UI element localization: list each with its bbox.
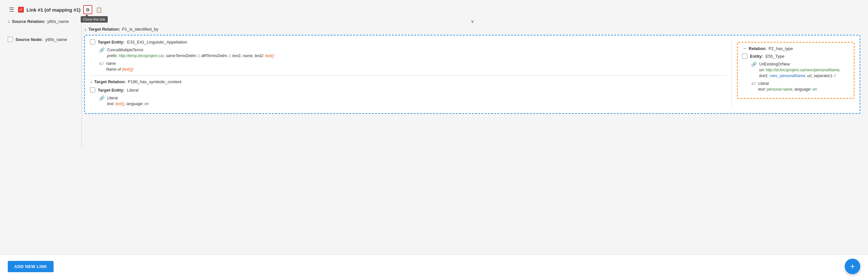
concat-row: 🔗 ConcatMultipleTerms prefix: http://tem… — [99, 47, 726, 59]
blue-dashed-container: Target Entity: E33_E41_Linguistic_Appell… — [84, 35, 860, 114]
bottom-literal-title: Literal — [107, 95, 149, 101]
source-node-label: Source Node: — [16, 37, 43, 42]
bottom-link-icon: 🔗 — [99, 95, 104, 101]
copy-button[interactable]: 📋 — [95, 5, 103, 14]
tag-icon: 🏷 — [99, 61, 103, 66]
fab-button[interactable]: + — [845, 259, 860, 274]
bottom-literal-block: 🔗 Literal text: text(), language: en — [90, 95, 726, 107]
blue-box-right: → Relation: P2_has_type Entity: E55_Type — [732, 39, 855, 109]
source-node-value: y90s_name — [45, 37, 67, 42]
section-divider — [90, 75, 726, 76]
clone-button[interactable]: ⧉ Clone this link — [83, 5, 92, 14]
clone-tooltip: Clone this link — [81, 16, 108, 23]
target-entity-row: Target Entity: E33_E41_Linguistic_Appell… — [90, 39, 726, 44]
chevron-down-icon[interactable]: ∨ — [471, 19, 474, 24]
bottom-literal-lang: en — [145, 101, 149, 106]
bottom-target-relation-label: Target Relation: — [94, 79, 126, 84]
concat-block: 🔗 ConcatMultipleTerms prefix: http://tem… — [90, 47, 726, 72]
vertical-divider — [81, 19, 82, 148]
bottom-literal-content: Literal text: text(), language: en — [107, 95, 149, 107]
bottom-target-entity-label: Target Entity: — [98, 88, 125, 93]
source-relation-value: y90s_name — [47, 19, 69, 24]
top-target-relation-row: ↓ Target Relation: P1_is_identified_by — [84, 26, 860, 32]
tag-content: name Name of {text()} — [106, 61, 133, 72]
bottom-target-entity-checkbox[interactable] — [90, 87, 95, 93]
uri-text1: cwrc_personalName — [770, 73, 805, 78]
right-literal-row: 🏷 Literal text: personal name, language:… — [751, 81, 849, 92]
uri-title: UriExistingOrNew — [759, 61, 849, 67]
relation-right-label: Relation: — [749, 46, 767, 51]
right-arrow-icon: → — [742, 46, 747, 51]
tag-value: Name of {text()} — [106, 66, 133, 72]
concat-details: prefix: http://temp.lincsproject.ca/, sa… — [107, 53, 274, 59]
bottom-literal-row: 🔗 Literal text: text(), language: en — [99, 95, 726, 107]
concat-title: ConcatMultipleTerms — [107, 47, 274, 53]
uri-block: 🔗 UriExistingOrNew uri: http://id.lincsp… — [742, 61, 849, 92]
add-new-link-button[interactable]: ADD NEW LINK — [8, 261, 54, 272]
arrow-down-icon: ↓ — [8, 19, 10, 24]
right-tag-icon: 🏷 — [751, 81, 756, 86]
tag-name: name — [106, 61, 133, 66]
copy-icon: 📋 — [96, 7, 102, 13]
target-relation-label: Target Relation: — [88, 27, 120, 32]
source-node-row: Source Node: y90s_name — [8, 37, 72, 42]
concat-content: ConcatMultipleTerms prefix: http://temp.… — [107, 47, 274, 59]
right-panel: ∨ ↓ Target Relation: P1_is_identified_by… — [84, 19, 860, 118]
target-entity-value: E33_E41_Linguistic_Appellation — [127, 40, 187, 44]
source-node-checkbox[interactable] — [8, 37, 13, 42]
bottom-literal-details: text: text(), language: en — [107, 101, 149, 107]
link-icon: 🔗 — [99, 48, 104, 53]
bottom-target-entity-row: Target Entity: Literal — [90, 87, 726, 93]
footer: ADD NEW LINK + — [0, 254, 868, 278]
relation-right-value: P2_has_type — [769, 46, 793, 51]
tag-row: 🏷 name Name of {text()} — [99, 61, 726, 72]
clone-icon: ⧉ — [86, 7, 89, 12]
concat-prefix-url: http://temp.lincsproject.ca/ — [119, 54, 164, 58]
left-panel: ↓ Source Relation: y90s_name Source Node… — [8, 19, 79, 42]
relation-arrow-row: → Relation: P2_has_type — [742, 46, 849, 51]
bottom-target-entity-value: Literal — [127, 88, 138, 93]
bottom-literal-text: text() — [116, 101, 124, 106]
target-entity-checkbox[interactable] — [90, 39, 95, 44]
right-literal-content: Literal text: personal name, language: e… — [758, 81, 817, 92]
source-relation-label: Source Relation: — [12, 19, 45, 24]
link-checkbox[interactable] — [18, 7, 24, 12]
page-title: Link #1 (of mapping #1) — [27, 7, 81, 12]
right-entity-row: Entity: E55_Type — [742, 54, 849, 59]
orange-dashed-container: → Relation: P2_has_type Entity: E55_Type — [737, 42, 855, 99]
right-literal-title: Literal — [758, 81, 817, 86]
right-entity-checkbox[interactable] — [742, 54, 747, 59]
uri-row: 🔗 UriExistingOrNew uri: http://id.lincsp… — [751, 61, 849, 79]
hamburger-icon[interactable]: ☰ — [8, 5, 16, 14]
concat-text2: text() — [265, 54, 274, 58]
uri-url: http://id.lincsproject.ca/cwrc/personalN… — [766, 68, 839, 72]
right-literal-lang: en — [812, 87, 817, 92]
target-relation-value: P1_is_identified_by — [122, 27, 158, 32]
uri-link-icon: 🔗 — [751, 62, 757, 67]
chevron-row: ∨ — [84, 19, 860, 24]
blue-box-left: Target Entity: E33_E41_Linguistic_Appell… — [90, 39, 732, 109]
right-literal-details: text: personal name, language: en — [758, 86, 817, 92]
target-entity-label: Target Entity: — [98, 40, 125, 44]
uri-content: UriExistingOrNew uri: http://id.lincspro… — [759, 61, 849, 79]
source-relation-row: ↓ Source Relation: y90s_name — [8, 19, 72, 24]
right-literal-text: personal name — [767, 87, 792, 92]
bottom-target-relation-value: P190_has_symbolic_content — [128, 79, 181, 84]
right-entity-value: E55_Type — [765, 54, 784, 59]
bottom-target-relation-row: ↓ Target Relation: P190_has_symbolic_con… — [90, 79, 726, 84]
uri-details: uri: http://id.lincsproject.ca/cwrc/pers… — [759, 67, 849, 79]
tag-text-value: {text()} — [122, 67, 133, 71]
bottom-arrow-down-icon: ↓ — [90, 79, 92, 84]
target-arrow-down-icon: ↓ — [84, 26, 87, 32]
right-entity-label: Entity: — [750, 54, 763, 59]
